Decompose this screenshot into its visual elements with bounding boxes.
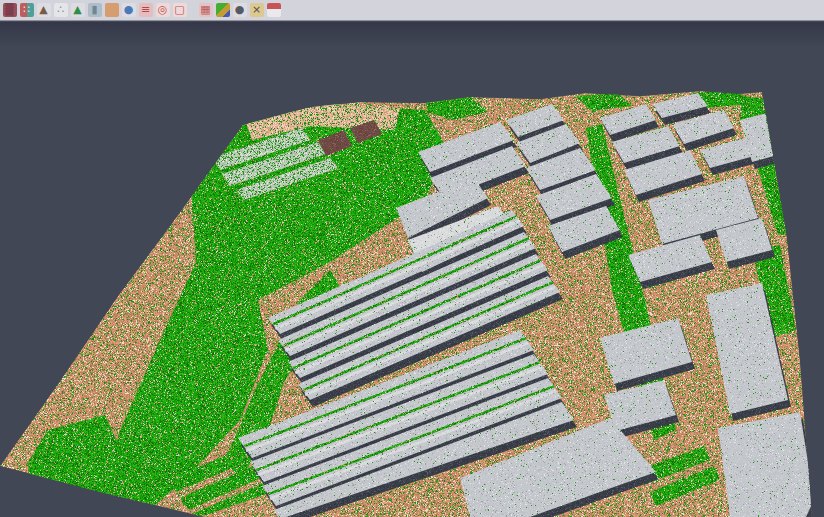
colormap-icon xyxy=(216,3,230,17)
building-column-icon: ▮ xyxy=(88,3,102,17)
colormap-icon-button[interactable] xyxy=(214,1,231,20)
classify-cross-icon-button[interactable]: × xyxy=(248,1,265,20)
globe-icon-button[interactable]: ● xyxy=(120,1,137,20)
red-stripe-icon xyxy=(267,3,281,17)
red-selection-icon-button[interactable]: ▢ xyxy=(171,1,188,20)
maroon-points-icon: ▒ xyxy=(3,3,17,17)
application-window: ▒∷▲∴▲▮●≡◎▢▦●× xyxy=(0,0,824,517)
ground-patch-icon-button[interactable] xyxy=(103,1,120,20)
green-terrain-icon: ▲ xyxy=(71,3,85,17)
pink-grid-icon-button[interactable]: ▦ xyxy=(197,1,214,20)
green-terrain-icon-button[interactable]: ▲ xyxy=(69,1,86,20)
scatter-points-icon-button[interactable]: ∷ xyxy=(18,1,35,20)
sparse-points-icon-button[interactable]: ∴ xyxy=(52,1,69,20)
viewport-3d xyxy=(0,22,824,517)
classify-cross-icon: × xyxy=(250,3,264,17)
red-list-icon: ≡ xyxy=(139,3,153,17)
scatter-points-icon: ∷ xyxy=(20,3,34,17)
sparse-points-icon: ∴ xyxy=(54,3,68,17)
terrain-hill-icon-button[interactable]: ▲ xyxy=(35,1,52,20)
ground-patch-icon xyxy=(105,3,119,17)
red-target-icon-button[interactable]: ◎ xyxy=(154,1,171,20)
pointcloud-3d-view[interactable] xyxy=(0,22,824,517)
red-list-icon-button[interactable]: ≡ xyxy=(137,1,154,20)
globe-icon: ● xyxy=(122,3,136,17)
red-target-icon: ◎ xyxy=(156,3,170,17)
building-column-icon-button[interactable]: ▮ xyxy=(86,1,103,20)
red-selection-icon: ▢ xyxy=(173,3,187,17)
toolbar: ▒∷▲∴▲▮●≡◎▢▦●× xyxy=(0,0,824,21)
pink-grid-icon: ▦ xyxy=(199,3,213,17)
red-stripe-icon-button[interactable] xyxy=(265,1,282,20)
dark-sphere-icon-button[interactable]: ● xyxy=(231,1,248,20)
terrain-hill-icon: ▲ xyxy=(37,3,51,17)
dark-sphere-icon: ● xyxy=(233,3,247,17)
maroon-points-icon-button[interactable]: ▒ xyxy=(1,1,18,20)
